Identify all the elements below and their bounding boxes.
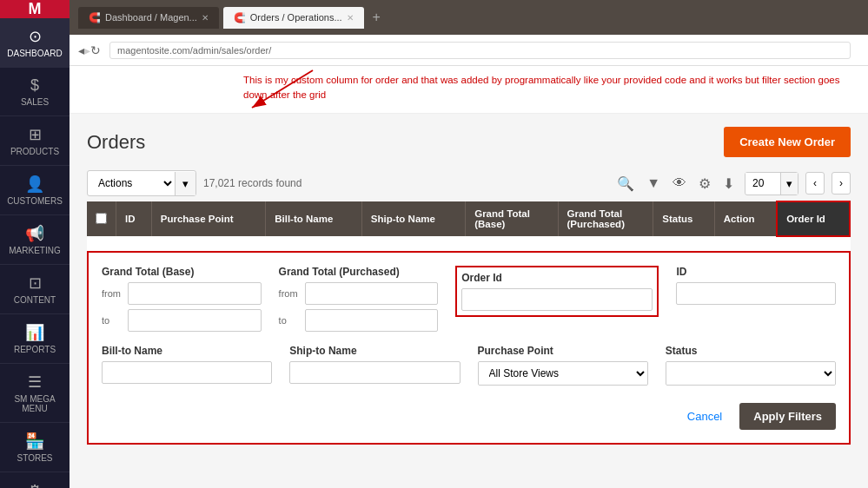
from-label-purchased: from: [279, 288, 301, 299]
th-purchase-point: Purchase Point: [151, 201, 265, 236]
dashboard-icon: ⊙: [29, 27, 42, 46]
filter-id-label: ID: [676, 266, 836, 278]
sidebar-item-marketing[interactable]: 📢 MARKETING: [0, 215, 70, 265]
settings-icon-button[interactable]: ⚙: [695, 172, 714, 195]
th-order-id: Order Id: [777, 201, 850, 236]
export-icon-button[interactable]: ⬇: [719, 172, 738, 195]
filter-section: Grand Total (Base) from to Gra: [87, 251, 851, 445]
tab-orders[interactable]: 🧲 Orders / Operations... ✕: [223, 7, 364, 29]
tab-label: Dashboard / Magen...: [105, 12, 197, 23]
reports-icon: 📊: [25, 323, 44, 342]
marketing-icon: 📢: [25, 224, 44, 243]
create-new-order-button[interactable]: Create New Order: [724, 127, 851, 157]
orders-grid: ID Purchase Point Bill-to Name Ship-to N…: [87, 201, 851, 251]
from-label-base: from: [102, 288, 123, 299]
filter-grand-total-base-label: Grand Total (Base): [102, 266, 262, 278]
filter-cancel-button[interactable]: Cancel: [679, 403, 731, 430]
actions-dropdown-button[interactable]: ▾: [175, 172, 195, 195]
filter-bill-to-name: Bill-to Name: [102, 345, 272, 384]
filter-purchase-point-select[interactable]: All Store Views: [479, 362, 647, 385]
filter-id: ID: [676, 266, 836, 305]
filter-bill-to-name-input[interactable]: [102, 361, 272, 384]
main-content: 🧲 Dashboard / Magen... ✕ 🧲 Orders / Oper…: [70, 0, 868, 488]
columns-visibility-button[interactable]: 👁: [669, 172, 690, 195]
content-icon: ⊡: [29, 274, 42, 293]
toolbar-icons: 🔍 ▼ 👁 ⚙ ⬇: [613, 172, 738, 195]
sidebar-item-system[interactable]: ⚙ SYSTEM: [0, 472, 70, 488]
tab-label: Orders / Operations...: [250, 12, 342, 23]
address-bar: ◂ ▸ ↻: [70, 35, 868, 66]
filter-order-id-input[interactable]: [461, 288, 653, 311]
filter-row-2: Bill-to Name Ship-to Name Purchase Point…: [102, 345, 836, 386]
actions-select-wrapper: Actions ▾: [87, 170, 196, 196]
tab-close-icon[interactable]: ✕: [202, 13, 209, 23]
annotation-text: This is my custom column for order and t…: [243, 73, 855, 103]
th-ship-to-name: Ship-to Name: [361, 201, 465, 236]
filter-grand-total-purchased-to[interactable]: [305, 309, 439, 332]
filter-grand-total-purchased-from[interactable]: [305, 282, 439, 305]
browser-tab-bar: 🧲 Dashboard / Magen... ✕ 🧲 Orders / Oper…: [70, 0, 868, 35]
new-tab-button[interactable]: +: [373, 10, 381, 25]
address-input[interactable]: [109, 42, 851, 59]
filter-id-input[interactable]: [676, 282, 836, 305]
back-button[interactable]: ◂: [78, 43, 84, 57]
refresh-button[interactable]: ↻: [90, 43, 101, 57]
sidebar-item-sm-mega-menu[interactable]: ☰ SM MEGA MENU: [0, 364, 70, 423]
sidebar-item-sales[interactable]: $ SALES: [0, 68, 70, 116]
actions-select[interactable]: Actions: [88, 171, 175, 195]
filter-grand-total-base-to[interactable]: [128, 309, 262, 332]
table-row: [87, 236, 850, 251]
page-content: Orders Create New Order Actions ▾ 17,021…: [70, 114, 868, 488]
filter-ship-to-name-input[interactable]: [289, 361, 460, 384]
filter-purchase-point-label: Purchase Point: [478, 345, 648, 357]
sidebar-item-content[interactable]: ⊡ CONTENT: [0, 265, 70, 314]
filter-status: Status: [666, 345, 836, 386]
to-label-purchased: to: [279, 315, 301, 326]
prev-page-button[interactable]: ‹: [805, 172, 825, 195]
per-page-input[interactable]: [745, 173, 780, 194]
sidebar-item-customers[interactable]: 👤 CUSTOMERS: [0, 166, 70, 215]
filter-purchase-point: Purchase Point All Store Views: [478, 345, 648, 386]
products-icon: ⊞: [29, 125, 42, 144]
filter-grand-total-base-from[interactable]: [128, 282, 262, 305]
grid-container: ID Purchase Point Bill-to Name Ship-to N…: [87, 201, 851, 251]
tab-icon: 🧲: [89, 12, 101, 23]
th-grand-total-purchased: Grand Total(Purchased): [558, 201, 653, 236]
sidebar-logo: M: [0, 0, 70, 18]
filter-apply-button[interactable]: Apply Filters: [739, 403, 836, 430]
tab-icon: 🧲: [234, 12, 246, 23]
sidebar-item-label: CONTENT: [14, 295, 56, 305]
th-action: Action: [714, 201, 777, 236]
sidebar-item-label: REPORTS: [14, 345, 56, 354]
filter-order-id: Order Id: [455, 266, 659, 317]
sidebar: M ⊙ DASHBOARD $ SALES ⊞ PRODUCTS 👤 CUSTO…: [0, 0, 70, 488]
next-page-button[interactable]: ›: [832, 172, 851, 195]
search-icon-button[interactable]: 🔍: [613, 172, 638, 195]
sidebar-item-label: MARKETING: [9, 246, 60, 255]
sidebar-item-reports[interactable]: 📊 REPORTS: [0, 314, 70, 364]
per-page-wrapper: ▾: [745, 172, 798, 195]
sidebar-item-label: STORES: [17, 453, 53, 463]
select-all-checkbox[interactable]: [96, 213, 107, 224]
sidebar-item-dashboard[interactable]: ⊙ DASHBOARD: [0, 18, 70, 68]
sidebar-item-stores[interactable]: 🏪 STORES: [0, 423, 70, 472]
forward-button[interactable]: ▸: [84, 43, 90, 57]
sidebar-item-label: DASHBOARD: [7, 49, 62, 58]
th-status: Status: [653, 201, 714, 236]
per-page-dropdown-button[interactable]: ▾: [780, 173, 798, 195]
th-checkbox: [87, 201, 116, 236]
sidebar-item-products[interactable]: ⊞ PRODUCTS: [0, 116, 70, 166]
tab-close-icon[interactable]: ✕: [347, 13, 354, 23]
to-label-base: to: [102, 315, 123, 326]
sm-mega-menu-icon: ☰: [28, 373, 42, 392]
filter-icon-button[interactable]: ▼: [643, 172, 664, 195]
toolbar-row: Actions ▾ 17,021 records found 🔍 ▼ 👁 ⚙ ⬇…: [70, 166, 868, 201]
th-bill-to-name: Bill-to Name: [266, 201, 362, 236]
filter-status-select[interactable]: [666, 362, 835, 385]
sidebar-item-label: PRODUCTS: [10, 147, 59, 156]
system-icon: ⚙: [28, 481, 42, 488]
tab-dashboard[interactable]: 🧲 Dashboard / Magen... ✕: [78, 7, 219, 29]
filter-ship-to-name: Ship-to Name: [289, 345, 460, 384]
filter-grand-total-purchased: Grand Total (Purchased) from to: [279, 266, 439, 332]
filter-order-id-label: Order Id: [461, 272, 653, 284]
